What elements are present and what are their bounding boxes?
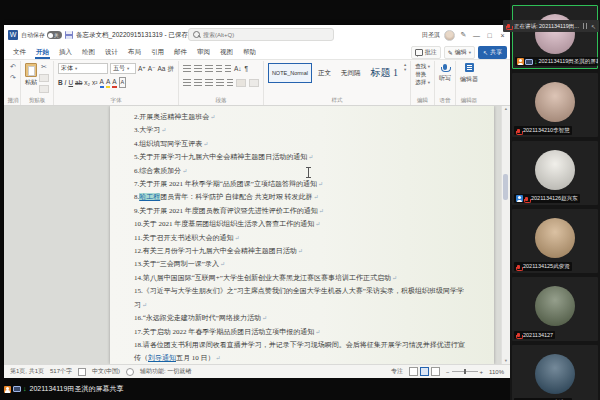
document-line[interactable]: 2.开展奥运精神主题班会↵ xyxy=(134,111,468,124)
document-line[interactable]: 10.关于 2021 年度基层团组织组织生活录入督查工作的通知↵ xyxy=(134,218,468,231)
change-case-button[interactable]: Aa xyxy=(157,64,165,73)
bullets-button[interactable] xyxy=(183,65,191,72)
style-item[interactable]: 无间隔 xyxy=(337,63,365,83)
chevron-down-icon[interactable]: ▾ xyxy=(404,68,406,72)
search-box[interactable] xyxy=(188,28,334,41)
document-line[interactable]: 16.“永远跟党走建功新时代”网络接力活动↵ xyxy=(134,312,468,325)
shading-button[interactable] xyxy=(236,79,246,87)
justify-button[interactable] xyxy=(216,79,224,86)
decrease-indent-button[interactable] xyxy=(216,65,222,72)
page-indicator[interactable]: 第1页, 共1页 xyxy=(10,367,44,376)
document-line[interactable]: 11.关于召开支书述职大会的通知↵ xyxy=(134,232,468,245)
save-button[interactable] xyxy=(65,31,73,39)
ribbon-tab[interactable]: 插入 xyxy=(54,45,77,59)
style-item[interactable]: 标题 1 xyxy=(366,63,402,83)
word-count[interactable]: 517个字 xyxy=(50,367,72,376)
document-line[interactable]: 6.综合素质加分↵ xyxy=(134,165,468,178)
ribbon-tab[interactable]: 帮助 xyxy=(238,45,261,59)
document-line[interactable]: 15.《习近平与大学生朋友们》之“习主席点赞我们的全国大学生机器人大赛”采访实录… xyxy=(134,285,468,312)
multilevel-list-button[interactable] xyxy=(205,65,213,72)
scroll-down-icon[interactable]: ▾ xyxy=(502,358,510,364)
ribbon-tab[interactable]: 布局 xyxy=(123,45,146,59)
select-button[interactable]: 选择 ▾ xyxy=(415,79,430,86)
document-line[interactable]: 13.关于“三会两制一课”录入↵ xyxy=(134,258,468,271)
numbering-button[interactable] xyxy=(194,65,202,72)
ribbon-tab[interactable]: 引用 xyxy=(146,45,169,59)
document-line[interactable]: 8.哈工程团员青年：科学防护 自律配合 共克时艰 转发此群↵ xyxy=(134,191,468,204)
print-layout-button[interactable] xyxy=(420,367,429,376)
style-item[interactable]: 正文 xyxy=(314,63,335,83)
document-line[interactable]: 9.关于开展 2021 年度团员教育评议暨先进性评价工作的通知↵ xyxy=(134,205,468,218)
vertical-scrollbar[interactable]: ▴ ▾ xyxy=(501,106,510,364)
format-painter-button[interactable] xyxy=(39,85,49,93)
close-button[interactable]: × xyxy=(498,32,507,39)
grow-font-button[interactable]: A⁺ xyxy=(138,64,146,73)
editor-button[interactable]: 编辑器 xyxy=(460,75,478,84)
highlight-color-button[interactable]: A xyxy=(106,77,110,88)
redo-button[interactable]: ↷ xyxy=(10,74,16,82)
document-line[interactable]: 4.组织填写同学互评表↵ xyxy=(134,138,468,151)
ribbon-tab[interactable]: 审阅 xyxy=(192,45,215,59)
document-line[interactable]: 3.大学习↵ xyxy=(134,124,468,137)
font-size-combo[interactable]: 五号 ▾ xyxy=(110,63,136,74)
underline-button[interactable]: U xyxy=(68,78,73,87)
dictate-button[interactable]: 听写 xyxy=(439,74,451,83)
align-right-button[interactable] xyxy=(205,79,213,86)
align-left-button[interactable] xyxy=(183,79,191,86)
style-item[interactable]: NOTE_Normal xyxy=(268,63,312,83)
document-line[interactable]: 17.关于启动 2022 年春季学期品质团日活动立项申报的通知↵ xyxy=(134,326,468,339)
strikethrough-button[interactable]: ab xyxy=(75,78,82,87)
increase-indent-button[interactable] xyxy=(225,65,231,72)
participant-tile[interactable]: ↓ 2021134103张述鹏 xyxy=(512,345,598,400)
hyperlink-text[interactable]: 哈工程 xyxy=(139,193,160,201)
ribbon-tab[interactable]: 绘图 xyxy=(77,45,100,59)
hyperlink-text[interactable]: 刘导通知 xyxy=(148,354,176,362)
ribbon-tab[interactable]: 文件 xyxy=(8,45,31,59)
copy-button[interactable] xyxy=(39,74,49,82)
phonetic-guide-button[interactable]: 拼 xyxy=(167,64,174,73)
document-line[interactable]: 14.第八届中国国际“互联网+”大学生创新创业大赛黑龙江赛区赛事培训工作正式启动… xyxy=(134,272,468,285)
show-marks-button[interactable]: ¶ xyxy=(244,64,248,73)
undo-button[interactable]: ↶ xyxy=(10,63,16,71)
focus-mode-button[interactable]: 专注 xyxy=(391,367,403,376)
web-layout-button[interactable] xyxy=(431,367,440,376)
subscript-button[interactable]: x₂ xyxy=(84,78,90,87)
read-mode-button[interactable] xyxy=(409,367,418,376)
document-line[interactable]: 12.有关三月份学习十九届六中全会精神主题团日活动↵ xyxy=(134,245,468,258)
document-page[interactable]: 2.开展奥运精神主题班会↵ 3.大学习↵ 4.组织填写同学互评表↵ 5.关于开展… xyxy=(110,106,494,364)
zoom-in-button[interactable]: + xyxy=(480,369,484,375)
ribbon-tab[interactable]: 开始 xyxy=(31,45,54,59)
document-line[interactable]: 5.关于开展学习十九届六中全会精神主题团日活动的通知↵ xyxy=(134,151,468,164)
editing-mode-dropdown[interactable]: ✎ 编辑 ▾ xyxy=(444,46,475,59)
shrink-font-button[interactable]: A⁻ xyxy=(148,64,156,73)
zoom-slider[interactable]: − + xyxy=(446,369,483,375)
bold-button[interactable]: B xyxy=(58,78,63,87)
scrollbar-thumb[interactable] xyxy=(503,174,508,200)
paste-button[interactable]: 粘贴 xyxy=(25,63,37,87)
account-name[interactable]: 田圣淇 xyxy=(422,31,440,40)
replace-button[interactable]: 替换 xyxy=(415,71,430,78)
document-title[interactable]: 备忘录文档_20220915131319 - 已保存到这台电脑 xyxy=(76,31,206,40)
document-line[interactable]: 7.关于开展 2021 年秋季学期“品质团课”立项结题答辩的通知↵ xyxy=(134,178,468,191)
autosave-switch-icon[interactable]: 关 xyxy=(47,31,62,39)
borders-button[interactable] xyxy=(249,79,259,87)
scroll-up-icon[interactable]: ▴ xyxy=(502,106,510,112)
proofing-icon[interactable] xyxy=(78,368,86,376)
document-line[interactable]: 18.请各位团支书利用课间收看直播并学习，并记录下学习现场瞬间。会后将征集开展学… xyxy=(134,339,468,364)
character-border-button[interactable]: A xyxy=(119,77,127,88)
align-center-button[interactable] xyxy=(194,79,202,86)
participant-tile[interactable]: ↓ 2021134119田圣淇的屏幕... xyxy=(512,5,598,69)
share-button[interactable]: ↖ 共享 xyxy=(478,46,507,59)
participant-tile[interactable]: ↓ 2021134126赵兴东 xyxy=(512,141,598,205)
ribbon-tab[interactable]: 邮件 xyxy=(169,45,192,59)
account-avatar[interactable] xyxy=(444,30,455,41)
cut-button[interactable]: ✂ xyxy=(41,63,47,71)
find-button[interactable]: 查找 ▾ xyxy=(415,63,430,70)
restore-button[interactable]: □ xyxy=(485,32,494,39)
comments-button[interactable]: 批注 xyxy=(411,46,441,59)
ribbon-tab[interactable]: 设计 xyxy=(100,45,123,59)
minimize-button[interactable]: — xyxy=(472,32,481,39)
ink-pen-icon[interactable]: ✎ xyxy=(459,31,468,39)
superscript-button[interactable]: x² xyxy=(92,78,97,87)
zoom-level[interactable]: 110% xyxy=(489,369,504,375)
